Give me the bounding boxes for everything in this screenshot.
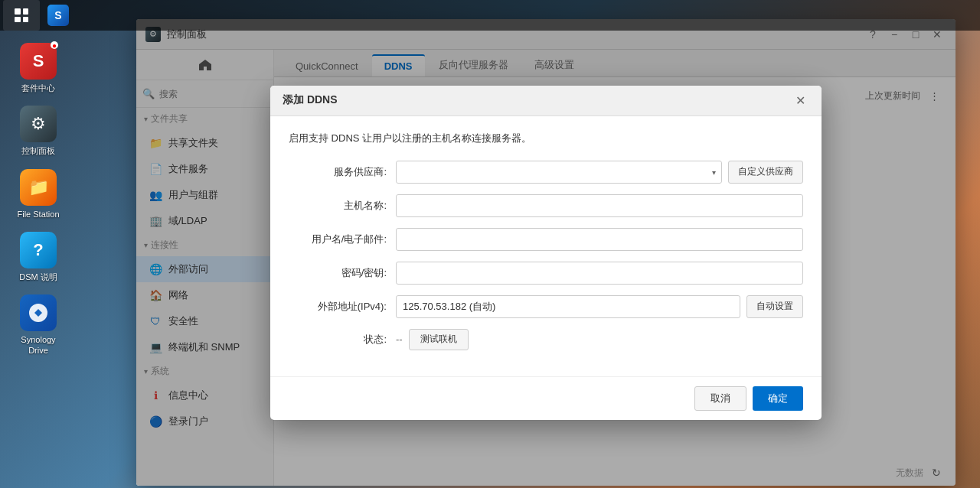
provider-select[interactable]: [396, 161, 722, 184]
control-panel-window: ⚙ 控制面板 ? − □ ✕ 🔍: [136, 19, 956, 486]
username-label: 用户名/电子邮件:: [289, 233, 396, 246]
ok-button[interactable]: 确定: [753, 386, 803, 411]
synology-label: Synology Drive: [11, 334, 66, 356]
taskbar-app-button[interactable]: S: [40, 0, 77, 31]
control-icon: ⚙: [20, 106, 57, 142]
ipv4-control: 自动设置: [396, 295, 803, 318]
ipv4-row: 外部地址(IPv4): 自动设置: [289, 295, 803, 318]
password-control: [396, 262, 803, 285]
username-control: [396, 228, 803, 251]
username-row: 用户名/电子邮件:: [289, 228, 803, 251]
desktop: S S 套件中心 ⚙ 控制面板 📁 File Station ? DSM: [0, 0, 980, 488]
provider-select-wrap: ▾: [396, 161, 722, 184]
modal-overlay: 添加 DDNS ✕ 启用支持 DDNS 让用户以注册的主机名称连接服务器。 服务…: [136, 19, 956, 486]
password-label: 密码/密钥:: [289, 266, 396, 280]
ipv4-input[interactable]: [396, 295, 740, 318]
app-icon: S: [47, 5, 69, 26]
password-input[interactable]: [396, 262, 803, 285]
taskbar-grid-button[interactable]: [3, 0, 40, 31]
suite-label: 套件中心: [21, 83, 55, 93]
modal-close-button[interactable]: ✕: [791, 91, 809, 109]
desktop-icon-dsm[interactable]: ? DSM 说明: [8, 227, 69, 287]
dsm-label: DSM 说明: [19, 272, 57, 282]
hostname-input[interactable]: [396, 194, 803, 217]
provider-label: 服务供应商:: [289, 165, 396, 179]
provider-row: 服务供应商: ▾ 自定义供应商: [289, 161, 803, 184]
hostname-row: 主机名称:: [289, 194, 803, 217]
desktop-icon-control[interactable]: ⚙ 控制面板: [8, 101, 69, 161]
cancel-button[interactable]: 取消: [694, 386, 746, 411]
dsm-icon: ?: [20, 232, 57, 268]
desktop-icon-filestation[interactable]: 📁 File Station: [8, 164, 69, 224]
provider-control: ▾ 自定义供应商: [396, 161, 803, 184]
modal-header: 添加 DDNS ✕: [270, 86, 822, 116]
hostname-control: [396, 194, 803, 217]
modal-title: 添加 DDNS: [283, 93, 338, 107]
status-value: --: [396, 333, 403, 345]
username-input[interactable]: [396, 228, 803, 251]
password-row: 密码/密钥:: [289, 262, 803, 285]
status-row: 状态: -- 测试联机: [289, 329, 803, 350]
modal-footer: 取消 确定: [270, 376, 822, 420]
status-control: -- 测试联机: [396, 329, 803, 350]
desktop-icons: S 套件中心 ⚙ 控制面板 📁 File Station ? DSM 说明: [8, 38, 69, 361]
filestation-label: File Station: [17, 209, 59, 220]
desktop-icon-suite[interactable]: S 套件中心: [8, 38, 69, 98]
auto-set-button[interactable]: 自动设置: [746, 295, 803, 318]
status-label: 状态:: [289, 333, 396, 346]
filestation-icon: 📁: [20, 169, 57, 206]
desktop-icon-synology[interactable]: Synology Drive: [8, 290, 69, 361]
test-connection-button[interactable]: 测试联机: [409, 329, 469, 350]
synology-icon: [20, 294, 57, 331]
modal-description: 启用支持 DDNS 让用户以注册的主机名称连接服务器。: [289, 132, 803, 145]
modal-body: 启用支持 DDNS 让用户以注册的主机名称连接服务器。 服务供应商: ▾ 自定: [270, 116, 822, 376]
control-label: 控制面板: [21, 145, 55, 156]
grid-icon: [15, 8, 28, 22]
add-ddns-modal: 添加 DDNS ✕ 启用支持 DDNS 让用户以注册的主机名称连接服务器。 服务…: [270, 86, 822, 420]
ipv4-label: 外部地址(IPv4):: [289, 300, 396, 314]
hostname-label: 主机名称:: [289, 199, 396, 213]
custom-provider-button[interactable]: 自定义供应商: [728, 161, 803, 184]
suite-icon: S: [20, 43, 57, 80]
